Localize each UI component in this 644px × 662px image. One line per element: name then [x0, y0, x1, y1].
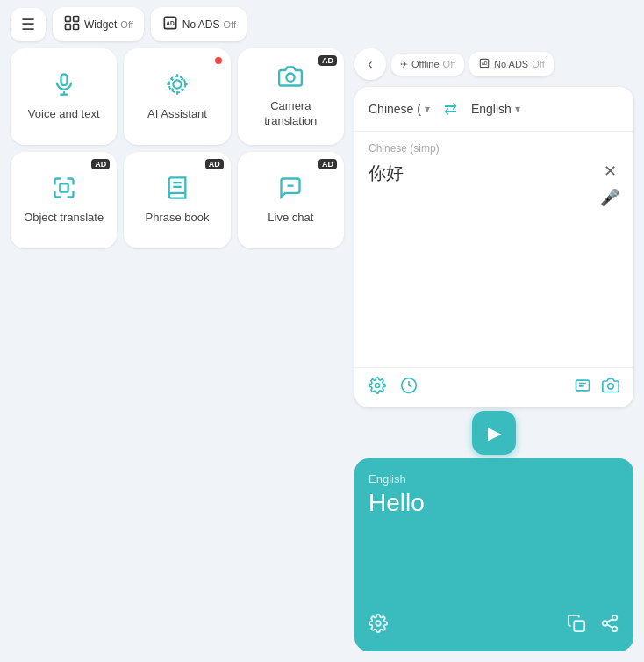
right-noads-label: No ADS [494, 59, 528, 69]
target-lang-chevron: ▾ [515, 103, 520, 115]
svg-point-26 [612, 615, 618, 621]
result-toolbar [369, 614, 619, 637]
swap-languages-button[interactable]: ⇄ [444, 99, 457, 119]
noads-button[interactable]: AD No ADS Off [151, 7, 247, 41]
svg-point-28 [612, 627, 618, 632]
offline-label: Offline [411, 59, 440, 69]
phrase-ads-badge: AD [205, 159, 224, 169]
svg-text:AD: AD [482, 61, 488, 66]
send-icon: ▶ [488, 422, 501, 443]
share-result-button[interactable] [600, 614, 619, 637]
svg-rect-12 [60, 183, 68, 191]
svg-line-29 [607, 624, 612, 628]
share-icon [600, 617, 619, 637]
right-noads-off-label: Off [532, 59, 544, 69]
object-ads-badge: AD [91, 159, 110, 169]
offline-off-label: Off [443, 59, 455, 69]
scan-icon [52, 176, 76, 204]
right-noads-button[interactable]: AD No ADS Off [469, 52, 554, 76]
back-icon: ‹ [368, 56, 372, 72]
settings-icon-button[interactable] [369, 377, 386, 399]
voice-text-card[interactable]: Voice and text [11, 48, 117, 145]
input-toolbar-left [369, 377, 418, 399]
send-button[interactable]: ▶ [472, 411, 516, 455]
noads-icon: AD [161, 14, 179, 34]
copy-icon [567, 617, 586, 637]
result-text: Hello [369, 489, 619, 517]
menu-icon: ☰ [21, 16, 35, 33]
source-lang-chevron: ▾ [425, 103, 430, 115]
history-icon-button[interactable] [400, 377, 418, 399]
mic-input-button[interactable]: 🎤 [600, 188, 619, 207]
back-button[interactable]: ‹ [354, 48, 386, 80]
camera-icon-button[interactable] [602, 377, 619, 399]
svg-point-11 [287, 74, 295, 82]
widget-label: Widget [84, 18, 117, 31]
svg-line-30 [607, 619, 612, 622]
svg-point-9 [173, 80, 181, 88]
svg-rect-1 [74, 17, 79, 22]
target-lang-button[interactable]: English ▾ [471, 102, 520, 116]
ai-dot-badge [215, 57, 222, 64]
phrase-book-card[interactable]: AD Phrase book [124, 152, 230, 248]
result-settings-button[interactable] [369, 614, 388, 637]
svg-rect-3 [74, 25, 79, 30]
svg-rect-25 [574, 621, 584, 631]
object-translate-label: Object translate [24, 211, 104, 226]
settings-icon [369, 380, 386, 398]
camera-ads-badge: AD [318, 55, 337, 66]
camera-small-icon [602, 380, 619, 398]
svg-point-23 [608, 384, 614, 390]
live-chat-card[interactable]: AD Live chat [238, 152, 344, 248]
history-icon [400, 380, 418, 398]
ai-assistant-label: AI Assistant [147, 107, 207, 122]
offline-button[interactable]: ✈ Offline Off [391, 54, 464, 76]
camera-translation-card[interactable]: AD Camera translation [238, 48, 344, 145]
camera-translation-label: Camera translation [245, 99, 337, 129]
svg-text:AD: AD [166, 20, 175, 26]
source-lang-button[interactable]: Chinese ( ▾ [369, 102, 430, 116]
result-settings-icon [369, 617, 388, 637]
chat-icon [278, 176, 303, 204]
noads-label: No ADS [182, 18, 220, 31]
copy-result-button[interactable] [567, 614, 586, 637]
text-icon [574, 380, 591, 398]
svg-point-18 [376, 384, 380, 388]
input-toolbar-right [574, 377, 619, 399]
svg-rect-0 [66, 17, 71, 22]
close-icon: ✕ [604, 162, 617, 180]
text-icon-button[interactable] [574, 377, 591, 399]
widget-button[interactable]: Widget Off [53, 7, 144, 41]
source-lang-label: Chinese ( [369, 102, 421, 116]
right-noads-icon: AD [478, 57, 490, 71]
object-translate-card[interactable]: AD Object translate [11, 152, 117, 248]
top-toolbar: ☰ Widget Off AD No ADS Off [0, 0, 644, 48]
svg-rect-2 [66, 25, 71, 30]
source-text-input[interactable] [369, 162, 593, 222]
mic-icon [52, 72, 76, 100]
live-chat-label: Live chat [268, 211, 313, 226]
input-area: Chinese (simp) ✕ 🎤 [354, 132, 633, 367]
brain-icon [165, 72, 190, 100]
svg-point-27 [603, 621, 608, 626]
widget-icon [63, 14, 81, 34]
right-toolbar: ‹ ✈ Offline Off AD No ADS Off [354, 48, 633, 80]
ai-assistant-card[interactable]: AI Assistant [124, 48, 230, 145]
plane-icon: ✈ [400, 59, 408, 70]
swap-icon: ⇄ [444, 100, 457, 118]
menu-button[interactable]: ☰ [11, 8, 46, 41]
input-bottom-toolbar [354, 367, 633, 407]
input-lang-label: Chinese (simp) [369, 142, 619, 155]
feature-row-2: AD Object translate AD [11, 152, 344, 248]
result-lang-label: English [369, 472, 619, 486]
svg-rect-6 [61, 74, 67, 85]
feature-row-1: Voice and text AI Assistant AD [11, 48, 344, 145]
send-button-container: ▶ [354, 411, 633, 455]
clear-input-button[interactable]: ✕ [600, 162, 619, 181]
main-content: Voice and text AI Assistant AD [0, 48, 644, 662]
target-lang-label: English [471, 102, 512, 116]
microphone-icon: 🎤 [600, 189, 619, 206]
book-icon [165, 176, 190, 204]
noads-off-label: Off [224, 19, 236, 30]
svg-point-24 [376, 621, 381, 626]
